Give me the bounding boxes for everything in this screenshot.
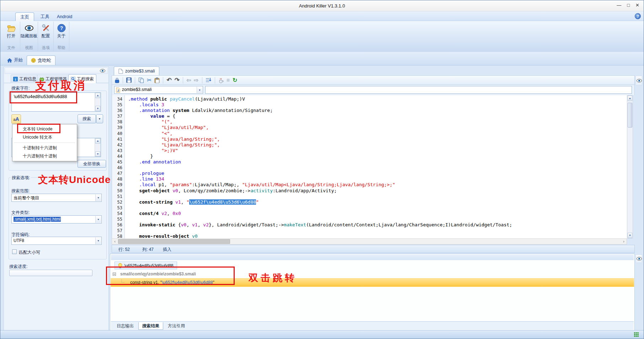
line-number: 52 (112, 199, 124, 205)
scroll-up-icon[interactable]: ▲ (95, 93, 100, 98)
code-line[interactable]: 46 (112, 165, 627, 171)
cut-icon[interactable]: ✂ (147, 77, 151, 83)
scroll-down-icon[interactable]: ▼ (95, 151, 100, 157)
chevron-down-icon[interactable]: ▼ (95, 194, 101, 201)
panel-eye-icon[interactable] (100, 69, 105, 72)
menu-item-hex-to-dec[interactable]: 十六进制转十进制 (12, 152, 77, 160)
scroll-down-icon[interactable]: ▼ (628, 233, 632, 238)
chevron-down-icon[interactable]: ▼ (95, 237, 101, 244)
tab-project-snake[interactable]: 贪吃蛇 (27, 55, 55, 65)
close-button[interactable]: ✕ (635, 2, 639, 8)
code-line[interactable]: 48 .line 134 (112, 176, 627, 182)
code-line[interactable]: 54 const/4 v2, 0x0 (112, 211, 627, 216)
tab-start[interactable]: 开始 (3, 55, 27, 65)
code-line[interactable]: 51 (112, 194, 627, 199)
menu-item-unicode-to-text[interactable]: Unicode 转文本 (12, 133, 77, 141)
tab-search-results[interactable]: 搜索结果 (138, 322, 163, 330)
code-line[interactable]: 55 (112, 216, 627, 222)
chevron-down-icon[interactable]: ▼ (95, 216, 101, 223)
menu-item-dec-to-hex[interactable]: 十进制转十六进制 (12, 144, 77, 152)
hide-panel-button[interactable]: 隐藏面板 (21, 22, 37, 45)
undo-icon[interactable]: ↶ (166, 77, 171, 83)
code-line[interactable]: 41 "Ljava/lang/String;", (112, 136, 627, 142)
code-line[interactable]: 57 (112, 228, 627, 233)
panel-eye-icon[interactable] (637, 257, 642, 260)
configure-button-label: 配置 (42, 34, 50, 38)
search-button[interactable]: 搜索 (78, 114, 96, 123)
code-line[interactable]: 56 invoke-static {v0, v1, v2}, Landroid/… (112, 222, 627, 228)
code-lines: 34.method public payCancel(Ljava/util/Ma… (112, 96, 627, 238)
highlight-box-result-rows (106, 267, 235, 285)
minimize-button[interactable]: — (617, 2, 621, 8)
save-icon[interactable] (126, 77, 132, 83)
java-icon[interactable] (218, 77, 224, 83)
encoding-select[interactable]: UTF8 ▼ (11, 237, 102, 245)
code-line[interactable]: 50 sget-object v0, Lcom/qy/zombie/zombie… (112, 188, 627, 194)
code-line[interactable]: 53 (112, 205, 627, 211)
search-input-scrollbar[interactable]: ▲ ▼ (95, 93, 101, 111)
search-dropdown-arrow[interactable]: ▼ (96, 114, 103, 123)
lock-icon[interactable] (115, 77, 119, 83)
ribbon-tab-android[interactable]: Android (52, 12, 77, 21)
about-button[interactable]: ? 关于 (54, 22, 69, 45)
file-type-select[interactable]: .smali|.xml|.txt|.htm|.html ▼ (11, 215, 102, 224)
scroll-up-icon[interactable]: ▲ (95, 138, 100, 144)
paste-icon[interactable] (154, 77, 160, 83)
horizontal-scroll-thumb[interactable] (118, 239, 230, 244)
replace-input-scrollbar[interactable]: ▲ ▼ (95, 138, 101, 157)
ribbon-tab-home[interactable]: 主页 (15, 12, 34, 21)
replace-all-button[interactable]: 全部替换 (78, 160, 106, 168)
code-line[interactable]: 35 .locals 3 (112, 102, 627, 108)
configure-button[interactable]: 配置 (38, 22, 53, 45)
code-line[interactable]: 43 ">;)V" (112, 148, 627, 154)
code-line[interactable]: 34.method public payCancel(Ljava/util/Ma… (112, 96, 627, 102)
code-line[interactable]: 58 move-result-object v0 (112, 233, 627, 238)
code-area[interactable]: 34.method public payCancel(Ljava/util/Ma… (112, 95, 627, 238)
ribbon-group-label: 视图 (20, 45, 38, 50)
scroll-right-icon[interactable]: › (621, 239, 627, 244)
code-line[interactable]: 49 .local p1, "params":Ljava/util/Map;, … (112, 182, 627, 188)
maximize-button[interactable]: □ (627, 2, 630, 8)
code-line[interactable]: 39 "Ljava/util/Map", (112, 125, 627, 130)
panel-eye-icon[interactable] (637, 79, 642, 82)
tab-log-output[interactable]: 日志输出 (113, 322, 137, 330)
editor-file-tab[interactable]: zombie$3.smali (114, 66, 159, 75)
horizontal-scrollbar[interactable]: ‹ › (112, 238, 627, 244)
open-button[interactable]: 打开 (3, 22, 20, 45)
scroll-up-icon[interactable]: ▲ (628, 96, 632, 101)
match-case-checkbox[interactable] (12, 249, 17, 254)
navigate-forward-icon[interactable]: ⇨ (194, 77, 198, 83)
code-line[interactable]: 45 .end annotation (112, 159, 627, 165)
navigate-back-icon[interactable]: ⇦ (186, 77, 191, 83)
tab-project-info-label: 工程信息 (19, 76, 36, 82)
redo-icon[interactable]: ↷ (175, 77, 180, 83)
line-number: 36 (112, 108, 124, 113)
code-line[interactable]: 47 .prologue (112, 171, 627, 176)
code-line[interactable]: 42 "Ljava/lang/String;", (112, 142, 627, 148)
secondary-input[interactable] (205, 86, 632, 94)
vertical-scrollbar[interactable]: ▲ ▼ (627, 95, 633, 238)
code-line[interactable]: 37 value = { (112, 113, 627, 119)
chevron-down-icon[interactable]: ▼ (197, 87, 202, 93)
vertical-scroll-thumb[interactable] (628, 103, 632, 128)
ribbon-tab-tools[interactable]: 工具 (36, 12, 54, 21)
file-selector-combo[interactable]: J zombie$3.smali ▼ (114, 86, 203, 94)
tab-project-info[interactable]: i 工程信息 (11, 75, 39, 83)
scroll-down-icon[interactable]: ▼ (95, 106, 100, 111)
refresh-icon[interactable]: ↻ (233, 77, 237, 83)
match-case-label: 匹配大小写 (19, 249, 40, 255)
code-line[interactable]: 36 .annotation system Ldalvik/annotation… (112, 108, 627, 113)
copy-icon[interactable] (138, 77, 144, 83)
code-line[interactable]: 44 } (112, 154, 627, 159)
code-line[interactable]: 52 const-string v1, "\u652f\u4ed8\u53d6\… (112, 199, 627, 205)
help-icon[interactable]: ? (635, 13, 641, 19)
align-lines-icon[interactable]: ≡ (227, 77, 230, 83)
code-line[interactable]: 38 "(", (112, 119, 627, 125)
text-convert-button[interactable]: aA (11, 114, 21, 124)
scroll-left-icon[interactable]: ‹ (112, 239, 118, 244)
reorder-list-icon[interactable] (206, 77, 212, 83)
code-line[interactable]: 40 "<", (112, 131, 627, 136)
window-status-bar (0, 330, 644, 339)
tab-method-references[interactable]: 方法引用 (164, 322, 188, 330)
search-scope-select[interactable]: 当前整个项目 ▼ (11, 194, 102, 202)
